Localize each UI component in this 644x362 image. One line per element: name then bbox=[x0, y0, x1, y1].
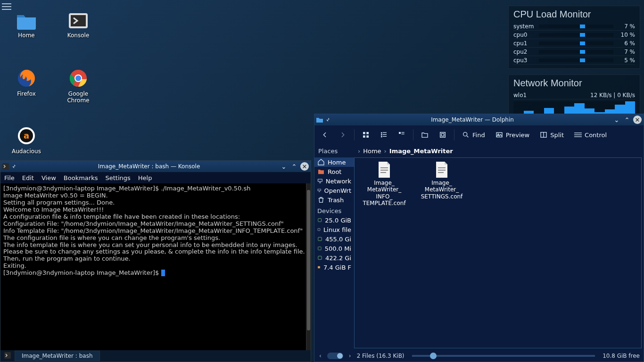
svg-rect-22 bbox=[381, 136, 382, 138]
svg-rect-46 bbox=[318, 266, 320, 269]
terminal-output[interactable]: [3ndymion@3ndymion-laptop Image_MetaWrit… bbox=[0, 183, 311, 350]
svg-rect-18 bbox=[381, 132, 382, 134]
cpu-row: cpu16 % bbox=[513, 39, 635, 48]
net-row: wlo112 KB/s | 0 KB/s bbox=[513, 91, 635, 99]
file-item[interactable]: Image_ MetaWriter_ SETTINGS.conf bbox=[416, 162, 468, 200]
devices-header: Devices bbox=[314, 205, 354, 215]
text-file-icon bbox=[378, 162, 391, 178]
dolphin-path-row: Places › Home › Image_MetaWriter bbox=[314, 144, 644, 157]
sidebar-item-openwrt[interactable]: OpenWrt bbox=[314, 186, 354, 195]
find-button[interactable]: Find bbox=[459, 129, 488, 140]
hidden-toggle[interactable] bbox=[327, 353, 343, 359]
menu-edit[interactable]: Edit bbox=[22, 174, 34, 181]
text-file-icon bbox=[435, 162, 448, 178]
chevron-right-icon: › bbox=[358, 148, 360, 155]
nav-forward-button[interactable] bbox=[336, 129, 349, 140]
view-compact-button[interactable] bbox=[377, 129, 390, 140]
svg-rect-27 bbox=[402, 133, 403, 134]
close-button[interactable]: ✕ bbox=[633, 115, 642, 124]
file-label: Image_ MetaWriter_ SETTINGS.conf bbox=[416, 180, 468, 200]
svg-rect-0 bbox=[2, 3, 11, 4]
desktop-icon-konsole[interactable]: Konsole bbox=[59, 11, 97, 39]
svg-rect-45 bbox=[318, 256, 322, 259]
breadcrumb-home[interactable]: Home bbox=[363, 148, 381, 155]
svg-rect-52 bbox=[438, 172, 444, 173]
cpu-row: cpu27 % bbox=[513, 48, 635, 56]
svg-rect-21 bbox=[383, 134, 387, 135]
desktop-icon-chrome[interactable]: Google Chrome bbox=[59, 68, 97, 104]
desktop-icon-label: Audacious bbox=[8, 148, 45, 155]
svg-rect-25 bbox=[402, 132, 403, 133]
dolphin-sidebar: Home Root Network OpenWrt Trash Devices … bbox=[314, 157, 354, 350]
svg-point-31 bbox=[463, 132, 467, 136]
panel-menu-button[interactable] bbox=[2, 2, 12, 12]
sidebar-item-network[interactable]: Network bbox=[314, 176, 354, 186]
breadcrumb-current[interactable]: Image_MetaWriter bbox=[389, 148, 453, 155]
sidebar-item-device[interactable]: 25.0 GiB bbox=[314, 215, 354, 225]
menu-file[interactable]: File bbox=[4, 174, 15, 181]
stash-button[interactable] bbox=[436, 129, 449, 140]
svg-rect-48 bbox=[380, 170, 388, 171]
new-folder-button[interactable] bbox=[418, 129, 431, 140]
control-button[interactable]: Control bbox=[571, 129, 610, 140]
svg-point-8 bbox=[75, 75, 81, 81]
maximize-button[interactable]: ⌃ bbox=[623, 115, 631, 124]
widget-title: CPU Load Monitor bbox=[513, 9, 635, 19]
folder-icon bbox=[316, 117, 323, 123]
svg-rect-16 bbox=[363, 135, 365, 138]
zoom-slider[interactable] bbox=[412, 355, 595, 357]
svg-rect-24 bbox=[399, 132, 401, 134]
sidebar-item-root[interactable]: Root bbox=[314, 167, 354, 176]
places-header: Places bbox=[314, 144, 354, 157]
desktop-icon-audacious[interactable]: a Audacious bbox=[8, 125, 45, 155]
minimize-button[interactable]: ⌄ bbox=[612, 115, 621, 124]
breadcrumb[interactable]: › Home › Image_MetaWriter bbox=[354, 144, 644, 157]
menu-help[interactable]: Help bbox=[138, 174, 152, 181]
view-icons-button[interactable] bbox=[359, 129, 372, 140]
split-button[interactable]: Split bbox=[537, 129, 567, 140]
dolphin-window: Image_MetaWriter — Dolphin ⌄ ⌃ ✕ Find Pr… bbox=[314, 114, 644, 362]
file-area[interactable]: Image_ MetaWriter_ INFO_ TEMPLATE.conf I… bbox=[354, 157, 642, 348]
svg-rect-26 bbox=[403, 132, 404, 133]
sidebar-item-device[interactable]: Linux file bbox=[314, 225, 354, 234]
close-button[interactable]: ✕ bbox=[300, 162, 309, 171]
sidebar-item-trash[interactable]: Trash bbox=[314, 195, 354, 205]
menu-view[interactable]: View bbox=[41, 174, 56, 181]
terminal-tab[interactable]: Image_MetaWriter : bash bbox=[15, 351, 100, 361]
scrollbar[interactable] bbox=[306, 183, 311, 350]
svg-rect-37 bbox=[574, 134, 582, 135]
cpu-row: cpu010 % bbox=[513, 31, 635, 39]
desktop-icon-home[interactable]: Home bbox=[8, 11, 45, 39]
terminal-icon bbox=[2, 163, 9, 170]
desktop-icon-firefox[interactable]: Firefox bbox=[8, 68, 45, 97]
status-prev-button[interactable]: ‹ bbox=[318, 353, 322, 359]
minimize-button[interactable]: ⌄ bbox=[280, 162, 288, 171]
sidebar-item-device[interactable]: 455.0 Gi bbox=[314, 234, 354, 244]
svg-rect-39 bbox=[318, 179, 322, 181]
new-tab-button[interactable] bbox=[0, 352, 15, 360]
desktop-icon-label: Firefox bbox=[8, 90, 45, 97]
sidebar-item-home[interactable]: Home bbox=[314, 157, 354, 167]
konsole-titlebar[interactable]: Image_MetaWriter : bash — Konsole ⌄ ⌃ ✕ bbox=[0, 161, 311, 172]
nav-back-button[interactable] bbox=[318, 129, 331, 140]
status-next-button[interactable]: › bbox=[348, 353, 352, 359]
widget-title: Network Monitor bbox=[513, 78, 635, 88]
dolphin-titlebar[interactable]: Image_MetaWriter — Dolphin ⌄ ⌃ ✕ bbox=[314, 114, 644, 125]
view-details-button[interactable] bbox=[395, 129, 408, 140]
sidebar-item-device[interactable]: 7.4 GiB F bbox=[314, 263, 354, 272]
pin-icon[interactable] bbox=[11, 164, 17, 169]
file-item[interactable]: Image_ MetaWriter_ INFO_ TEMPLATE.conf bbox=[358, 162, 410, 207]
cpu-monitor-widget: CPU Load Monitor system7 % cpu010 % cpu1… bbox=[508, 6, 640, 69]
sidebar-item-device[interactable]: 422.2 Gi bbox=[314, 253, 354, 263]
maximize-button[interactable]: ⌃ bbox=[290, 162, 298, 171]
menu-bookmarks[interactable]: Bookmarks bbox=[64, 174, 98, 181]
konsole-menubar: File Edit View Bookmarks Settings Help bbox=[0, 172, 311, 183]
chrome-icon bbox=[68, 68, 89, 89]
preview-button[interactable]: Preview bbox=[493, 129, 533, 140]
sidebar-item-device[interactable]: 500.0 Mi bbox=[314, 244, 354, 253]
pin-icon[interactable] bbox=[325, 117, 330, 123]
desktop-icon-label: Google Chrome bbox=[59, 90, 97, 104]
menu-settings[interactable]: Settings bbox=[105, 174, 130, 181]
firefox-icon bbox=[16, 68, 37, 89]
desktop-icon-label: Home bbox=[8, 32, 45, 39]
